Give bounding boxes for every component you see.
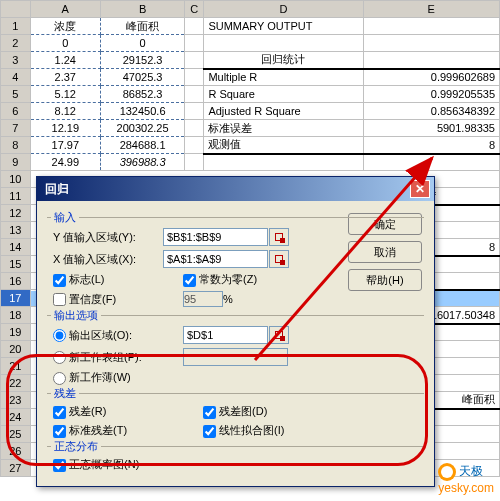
row-header[interactable]: 17 — [1, 290, 31, 307]
cell[interactable] — [185, 86, 204, 103]
line-fit-plot-checkbox[interactable] — [203, 425, 216, 438]
row-header[interactable]: 4 — [1, 69, 31, 86]
const-zero-checkbox[interactable] — [183, 274, 196, 287]
col-header-D[interactable]: D — [204, 1, 363, 18]
row-header[interactable]: 13 — [1, 222, 31, 239]
row-header[interactable]: 22 — [1, 375, 31, 392]
row-header[interactable]: 18 — [1, 307, 31, 324]
x-range-input[interactable] — [163, 250, 268, 268]
row-header[interactable]: 11 — [1, 188, 31, 205]
row-header[interactable]: 10 — [1, 171, 31, 188]
row-header[interactable]: 24 — [1, 409, 31, 426]
row-header[interactable]: 12 — [1, 205, 31, 222]
cell[interactable]: 47025.3 — [101, 69, 185, 86]
row-header[interactable]: 21 — [1, 358, 31, 375]
cell[interactable]: 0.999602689 — [363, 69, 499, 86]
new-worksheet-radio[interactable] — [53, 351, 66, 364]
cell[interactable]: 5.12 — [30, 86, 100, 103]
cell[interactable]: 0 — [101, 35, 185, 52]
row-header[interactable]: 15 — [1, 256, 31, 273]
col-header-C[interactable]: C — [185, 1, 204, 18]
residual-checkbox[interactable] — [53, 406, 66, 419]
cell[interactable] — [363, 52, 499, 69]
cell[interactable] — [185, 35, 204, 52]
col-header-B[interactable]: B — [101, 1, 185, 18]
cell[interactable]: 峰面积 — [101, 18, 185, 35]
cell[interactable] — [363, 154, 499, 171]
row-header[interactable]: 1 — [1, 18, 31, 35]
cell[interactable]: 8 — [363, 137, 499, 154]
cell[interactable]: 观测值 — [204, 137, 363, 154]
cell[interactable] — [185, 18, 204, 35]
new-worksheet-input[interactable] — [183, 348, 288, 366]
row-header[interactable]: 25 — [1, 426, 31, 443]
y-range-input[interactable] — [163, 228, 268, 246]
cell[interactable] — [185, 69, 204, 86]
cell[interactable]: R Square — [204, 86, 363, 103]
cell[interactable] — [185, 120, 204, 137]
col-header-E[interactable]: E — [363, 1, 499, 18]
output-range-picker-button[interactable] — [269, 326, 289, 344]
row-header[interactable]: 16 — [1, 273, 31, 290]
cell[interactable]: 0 — [30, 35, 100, 52]
cell[interactable]: 5901.98335 — [363, 120, 499, 137]
cell[interactable] — [363, 18, 499, 35]
row-header[interactable]: 3 — [1, 52, 31, 69]
cell[interactable] — [204, 35, 363, 52]
cell[interactable] — [185, 52, 204, 69]
row-header[interactable]: 23 — [1, 392, 31, 409]
row-header[interactable]: 7 — [1, 120, 31, 137]
cell[interactable]: 200302.25 — [101, 120, 185, 137]
corner-cell[interactable] — [1, 1, 31, 18]
cell[interactable]: 12.19 — [30, 120, 100, 137]
row-header[interactable]: 26 — [1, 443, 31, 460]
cell[interactable]: 0.856348392 — [363, 103, 499, 120]
std-residual-checkbox[interactable] — [53, 425, 66, 438]
row-header[interactable]: 27 — [1, 460, 31, 477]
dialog-titlebar[interactable]: 回归 ✕ — [37, 177, 434, 201]
new-workbook-radio[interactable] — [53, 372, 66, 385]
row-header[interactable]: 6 — [1, 103, 31, 120]
y-range-label: Y 值输入区域(Y): — [53, 230, 163, 245]
cell[interactable]: Adjusted R Square — [204, 103, 363, 120]
row-header[interactable]: 9 — [1, 154, 31, 171]
output-range-input[interactable] — [183, 326, 268, 344]
cell[interactable] — [185, 103, 204, 120]
confidence-checkbox[interactable] — [53, 293, 66, 306]
cell[interactable]: 回归统计 — [204, 52, 363, 69]
residual-plot-checkbox[interactable] — [203, 406, 216, 419]
cell[interactable] — [363, 35, 499, 52]
x-range-picker-button[interactable] — [269, 250, 289, 268]
cell[interactable]: 396988.3 — [101, 154, 185, 171]
row-header[interactable]: 14 — [1, 239, 31, 256]
close-button[interactable]: ✕ — [410, 180, 430, 198]
cell[interactable]: 1.24 — [30, 52, 100, 69]
cell[interactable]: 8.12 — [30, 103, 100, 120]
cell[interactable]: 0.999205535 — [363, 86, 499, 103]
output-range-radio[interactable] — [53, 329, 66, 342]
row-header[interactable]: 8 — [1, 137, 31, 154]
cell[interactable]: SUMMARY OUTPUT — [204, 18, 363, 35]
y-range-picker-button[interactable] — [269, 228, 289, 246]
cell[interactable]: 标准误差 — [204, 120, 363, 137]
cell[interactable]: 2.37 — [30, 69, 100, 86]
row-header[interactable]: 5 — [1, 86, 31, 103]
cell[interactable] — [185, 154, 204, 171]
cell[interactable]: 284688.1 — [101, 137, 185, 154]
cell[interactable]: Multiple R — [204, 69, 363, 86]
cell[interactable]: 24.99 — [30, 154, 100, 171]
col-header-A[interactable]: A — [30, 1, 100, 18]
labels-checkbox[interactable] — [53, 274, 66, 287]
normal-prob-plot-checkbox[interactable] — [53, 459, 66, 472]
row-header[interactable]: 20 — [1, 341, 31, 358]
cell[interactable]: 132450.6 — [101, 103, 185, 120]
cell[interactable]: 29152.3 — [101, 52, 185, 69]
cell[interactable]: 浓度 — [30, 18, 100, 35]
cell[interactable]: 17.97 — [30, 137, 100, 154]
cell[interactable] — [204, 154, 363, 171]
confidence-input[interactable] — [183, 291, 223, 307]
row-header[interactable]: 2 — [1, 35, 31, 52]
cell[interactable] — [185, 137, 204, 154]
row-header[interactable]: 19 — [1, 324, 31, 341]
cell[interactable]: 86852.3 — [101, 86, 185, 103]
